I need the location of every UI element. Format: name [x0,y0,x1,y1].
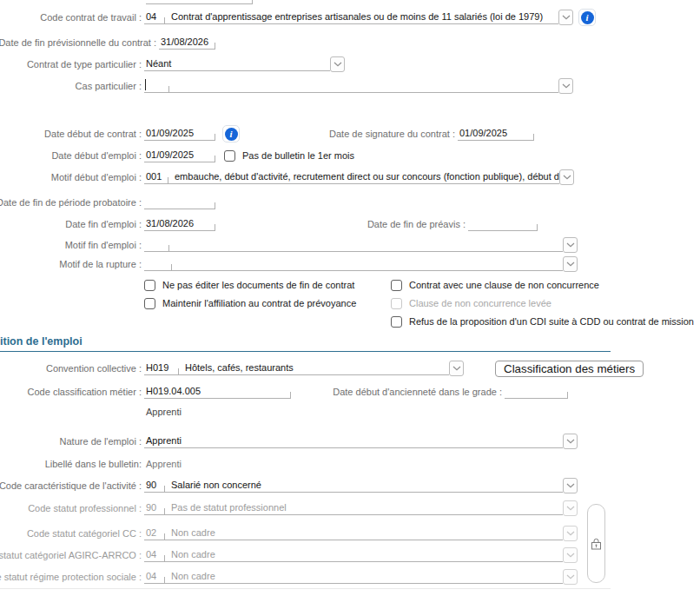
code-statut-professionnel-input: 90 Pas de statut professionnel [144,499,563,515]
motif-rupture-input[interactable] [144,255,563,271]
contrat-type-particulier-dropdown-button[interactable] [330,56,345,72]
statut-regime-protection-input: 04 Non cadre [144,567,563,584]
statut-regime-protection-code: 04 [144,571,164,583]
date-debut-emploi-value: 01/09/2025 [144,149,194,162]
classification-metiers-button[interactable]: Classification des métiers [495,361,644,377]
lock-button[interactable] [587,504,605,583]
row-motif-rupture: Motif de la rupture : [0,255,700,271]
motif-rupture-label: Motif de la rupture : [59,259,142,271]
date-debut-contrat-info-button[interactable]: i [222,125,240,142]
motif-fin-emploi-dropdown-button[interactable] [563,237,578,253]
date-fin-preavis-input[interactable] [468,215,538,231]
text-cursor [145,79,146,90]
checkbox[interactable] [144,280,155,291]
contrat-type-particulier-value: Néant [144,58,171,70]
contrat-type-particulier-label: Contrat de type particulier : [27,59,142,71]
row-checkboxes-3: Refus de la proposition d'un CDI suite à… [0,315,700,330]
checkbox[interactable] [391,316,402,328]
date-debut-emploi-input[interactable]: 01/09/2025 [144,146,215,162]
code-classification-value: H019.04.005 [144,386,201,398]
checkbox[interactable] [391,280,402,291]
checkbox-pas-de-bulletin[interactable]: Pas de bulletin le 1er mois [224,149,354,162]
field-separator [168,86,169,92]
libelle-bulletin-label: Libellé dans le bulletin: [45,459,142,471]
code-contrat-travail-input[interactable]: 04 Contrat d'apprentissage entreprises a… [144,8,558,24]
checkbox-refus-cdi[interactable]: Refus de la proposition d'un CDI suite à… [391,315,694,328]
motif-debut-emploi-label: Motif début d'emploi : [51,172,142,184]
date-debut-contrat-label: Date début de contrat : [44,129,142,141]
motif-debut-dropdown-button[interactable] [559,169,574,185]
code-activite-desc: Salarié non concerné [164,480,261,492]
field-separator [164,17,165,23]
field-separator [164,533,165,540]
field-separator [164,486,165,492]
field-separator [164,508,165,514]
date-signature-input[interactable]: 01/09/2025 [458,124,534,141]
date-fin-previsionnelle-input[interactable]: 31/08/2026 [159,33,215,50]
convention-dropdown-button[interactable] [449,361,464,376]
motif-rupture-dropdown-button[interactable] [563,256,578,272]
nature-emploi-dropdown-button[interactable] [563,434,578,449]
motif-debut-code: 001 [144,171,168,183]
checkbox-label: Pas de bulletin le 1er mois [242,150,354,161]
statut-agirc-arrco-label: statut catégoriel AGIRC-ARRCO : [0,550,142,562]
statut-regime-protection-label: e statut régime protection sociale : [0,572,142,584]
chevron-down-icon [562,15,571,20]
lock-icon [591,538,602,550]
code-activite-dropdown-button[interactable] [563,478,578,493]
checkbox-maintenir-affiliation[interactable]: Maintenir l'affiliation au contrat de pr… [144,296,356,310]
truncated-field-above [146,0,253,4]
code-statut-categoriel-cc-label: Code statut catégoriel CC : [27,528,142,540]
date-fin-preavis-label: Date de fin de préavis : [367,219,466,231]
bottom-divider [0,588,611,589]
convention-collective-input[interactable]: H019 Hôtels, cafés, restaurants [144,359,449,375]
date-signature-label: Date de signature du contrat : [329,129,455,141]
code-contrat-dropdown-button[interactable] [558,10,573,25]
contrat-type-particulier-input[interactable]: Néant [144,55,330,71]
code-contrat-info-button[interactable]: i [578,9,596,26]
checkbox-clause-non-concurrence[interactable]: Contrat avec une clause de non concurren… [391,278,599,292]
motif-fin-emploi-input[interactable] [144,235,563,252]
date-debut-contrat-input[interactable]: 01/09/2025 [144,124,215,141]
date-anciennete-value [505,396,506,398]
date-fin-preavis-value [468,228,470,230]
row-libelle-bulletin: Libellé dans le bulletin: Apprenti [0,455,700,471]
date-fin-probatoire-input[interactable] [144,193,215,209]
code-statut-professionnel-dropdown-button [563,500,578,516]
row-date-fin-previsionnelle: Date de fin prévisionnelle du contrat : … [0,34,700,50]
checkbox-ne-pas-editer[interactable]: Ne pas éditer les documents de fin de co… [144,278,354,292]
checkbox[interactable] [144,298,155,309]
field-separator [171,264,172,270]
chevron-down-icon [563,175,571,180]
code-classification-input[interactable]: H019.04.005 [144,382,291,399]
nature-emploi-input[interactable]: Apprenti [144,432,563,448]
checkbox-label: Clause de non concurrence levée [409,298,551,308]
cas-particulier-dropdown-button[interactable] [558,78,573,94]
date-fin-emploi-input[interactable]: 31/08/2026 [144,215,215,231]
chevron-down-icon [566,574,575,579]
statut-agirc-arrco-dropdown-button [563,547,578,563]
checkbox-label: Maintenir l'affiliation au contrat de pr… [162,298,356,308]
code-statut-categoriel-cc-input: 02 Non cadre [144,524,563,540]
row-code-contrat-travail: Code contrat de travail : 04 Contrat d'a… [0,9,700,24]
checkbox-label: Contrat avec une clause de non concurren… [409,280,599,290]
date-fin-probatoire-value [144,207,146,209]
chevron-down-icon [566,506,575,511]
field-separator [168,245,169,251]
cas-particulier-label: Cas particulier : [76,81,142,93]
chevron-down-icon [566,483,575,488]
motif-debut-desc: embauche, début d'activité, recrutement … [168,171,559,183]
date-anciennete-input[interactable] [505,382,568,399]
date-fin-emploi-label: Date fin d'emploi : [65,219,142,231]
libelle-bulletin-value: Apprenti [144,459,182,471]
code-activite-input[interactable]: 90 Salarié non concerné [144,476,563,493]
motif-debut-emploi-input[interactable]: 001 embauche, début d'activité, recrutem… [144,168,559,184]
row-convention-collective: Convention collective : H019 Hôtels, caf… [0,360,700,375]
convention-code: H019 [144,362,178,374]
row-motif-debut-emploi: Motif début d'emploi : 001 embauche, déb… [0,169,700,184]
date-signature-group: Date de signature du contrat : 01/09/202… [328,125,534,141]
cas-particulier-input[interactable] [144,76,558,93]
info-icon: i [581,11,594,24]
checkbox[interactable] [224,150,235,162]
date-fin-probatoire-label: Date de fin de période probatoire : [0,197,142,209]
